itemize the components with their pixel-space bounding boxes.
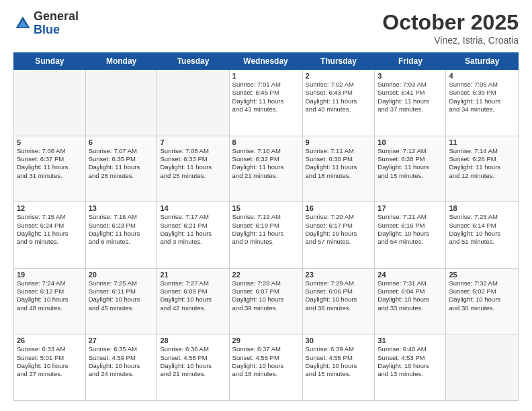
day-info: Sunrise: 7:05 AMSunset: 6:39 PMDaylight:… [449,81,515,113]
calendar-cell: 14Sunrise: 7:17 AMSunset: 6:21 PMDayligh… [157,202,229,269]
calendar-cell: 21Sunrise: 7:27 AMSunset: 6:09 PMDayligh… [157,268,229,334]
logo: General Blue [13,10,79,37]
day-info: Sunrise: 7:23 AMSunset: 6:14 PMDaylight:… [449,213,515,246]
calendar-cell: 22Sunrise: 7:28 AMSunset: 6:07 PMDayligh… [229,268,302,334]
day-number: 6 [89,138,154,146]
day-number: 5 [17,138,83,146]
logo-icon [13,14,32,33]
week-row-3: 19Sunrise: 7:24 AMSunset: 6:12 PMDayligh… [14,268,519,334]
calendar-cell: 2Sunrise: 7:02 AMSunset: 6:43 PMDaylight… [302,70,375,136]
day-number: 24 [378,271,443,279]
day-info: Sunrise: 7:19 AMSunset: 6:19 PMDaylight:… [232,213,300,246]
week-row-1: 5Sunrise: 7:06 AMSunset: 6:37 PMDaylight… [14,136,519,202]
day-number: 14 [160,204,226,212]
calendar-cell: 24Sunrise: 7:31 AMSunset: 6:04 PMDayligh… [375,268,446,334]
day-info: Sunrise: 7:06 AMSunset: 6:37 PMDaylight:… [17,147,83,180]
calendar-cell: 25Sunrise: 7:32 AMSunset: 6:02 PMDayligh… [446,268,519,334]
day-number: 31 [378,336,443,345]
calendar-cell: 16Sunrise: 7:20 AMSunset: 6:17 PMDayligh… [302,202,375,269]
day-info: Sunrise: 7:07 AMSunset: 6:35 PMDaylight:… [89,147,154,180]
location: Vinez, Istria, Croatia [382,35,519,46]
day-number: 30 [306,336,372,345]
day-number: 15 [232,204,300,212]
calendar-cell: 13Sunrise: 7:16 AMSunset: 6:23 PMDayligh… [85,202,157,269]
day-info: Sunrise: 6:36 AMSunset: 4:58 PMDaylight:… [160,345,226,378]
calendar: Sunday Monday Tuesday Wednesday Thursday… [13,52,519,401]
day-info: Sunrise: 7:27 AMSunset: 6:09 PMDaylight:… [160,279,226,312]
calendar-cell: 3Sunrise: 7:03 AMSunset: 6:41 PMDaylight… [375,70,446,136]
day-info: Sunrise: 7:31 AMSunset: 6:04 PMDaylight:… [378,279,443,312]
day-info: Sunrise: 7:20 AMSunset: 6:17 PMDaylight:… [306,213,372,246]
calendar-cell: 8Sunrise: 7:10 AMSunset: 6:32 PMDaylight… [229,136,302,202]
title-area: October 2025 Vinez, Istria, Croatia [382,10,519,46]
day-number: 23 [306,271,372,279]
calendar-cell: 4Sunrise: 7:05 AMSunset: 6:39 PMDaylight… [446,70,519,136]
day-info: Sunrise: 7:10 AMSunset: 6:32 PMDaylight:… [232,147,300,180]
logo-blue-text: Blue [34,24,79,37]
calendar-cell: 30Sunrise: 6:39 AMSunset: 4:55 PMDayligh… [302,334,375,401]
week-row-4: 26Sunrise: 6:33 AMSunset: 5:01 PMDayligh… [14,334,519,401]
day-number: 26 [17,336,83,345]
col-monday: Monday [85,53,157,70]
day-info: Sunrise: 7:16 AMSunset: 6:23 PMDaylight:… [89,213,154,246]
day-info: Sunrise: 7:24 AMSunset: 6:12 PMDaylight:… [17,279,83,312]
calendar-cell: 31Sunrise: 6:40 AMSunset: 4:53 PMDayligh… [375,334,446,401]
day-info: Sunrise: 6:35 AMSunset: 4:59 PMDaylight:… [89,345,154,378]
calendar-cell: 28Sunrise: 6:36 AMSunset: 4:58 PMDayligh… [157,334,229,401]
calendar-cell: 18Sunrise: 7:23 AMSunset: 6:14 PMDayligh… [446,202,519,269]
calendar-cell: 29Sunrise: 6:37 AMSunset: 4:56 PMDayligh… [229,334,302,401]
col-friday: Friday [375,53,446,70]
col-sunday: Sunday [14,53,86,70]
calendar-cell: 26Sunrise: 6:33 AMSunset: 5:01 PMDayligh… [14,334,86,401]
day-number: 11 [449,138,515,146]
day-info: Sunrise: 6:39 AMSunset: 4:55 PMDaylight:… [306,345,372,378]
calendar-cell: 19Sunrise: 7:24 AMSunset: 6:12 PMDayligh… [14,268,86,334]
col-saturday: Saturday [446,53,519,70]
calendar-cell: 11Sunrise: 7:14 AMSunset: 6:26 PMDayligh… [446,136,519,202]
calendar-cell: 9Sunrise: 7:11 AMSunset: 6:30 PMDaylight… [302,136,375,202]
day-number: 4 [449,72,515,80]
day-number: 25 [449,271,515,279]
week-row-2: 12Sunrise: 7:15 AMSunset: 6:24 PMDayligh… [14,202,519,269]
day-info: Sunrise: 7:29 AMSunset: 6:06 PMDaylight:… [306,279,372,312]
calendar-cell: 6Sunrise: 7:07 AMSunset: 6:35 PMDaylight… [85,136,157,202]
col-tuesday: Tuesday [157,53,229,70]
calendar-cell: 15Sunrise: 7:19 AMSunset: 6:19 PMDayligh… [229,202,302,269]
day-info: Sunrise: 6:33 AMSunset: 5:01 PMDaylight:… [17,345,83,378]
day-number: 7 [160,138,226,146]
day-number: 28 [160,336,226,345]
day-number: 8 [232,138,300,146]
month-title: October 2025 [382,10,519,35]
col-wednesday: Wednesday [229,53,302,70]
day-number: 20 [89,271,154,279]
day-info: Sunrise: 7:14 AMSunset: 6:26 PMDaylight:… [449,147,515,180]
calendar-cell [446,334,519,401]
day-number: 22 [232,271,300,279]
day-number: 19 [17,271,83,279]
day-info: Sunrise: 7:25 AMSunset: 6:11 PMDaylight:… [89,279,154,312]
calendar-cell: 10Sunrise: 7:12 AMSunset: 6:28 PMDayligh… [375,136,446,202]
day-info: Sunrise: 7:28 AMSunset: 6:07 PMDaylight:… [232,279,300,312]
header: General Blue October 2025 Vinez, Istria,… [13,10,519,46]
day-number: 10 [378,138,443,146]
day-number: 17 [378,204,443,212]
calendar-cell: 7Sunrise: 7:08 AMSunset: 6:33 PMDaylight… [157,136,229,202]
day-number: 29 [232,336,300,345]
col-thursday: Thursday [302,53,375,70]
day-number: 16 [306,204,372,212]
calendar-cell: 17Sunrise: 7:21 AMSunset: 6:16 PMDayligh… [375,202,446,269]
day-info: Sunrise: 7:08 AMSunset: 6:33 PMDaylight:… [160,147,226,180]
header-row: Sunday Monday Tuesday Wednesday Thursday… [14,53,519,70]
day-info: Sunrise: 7:01 AMSunset: 6:45 PMDaylight:… [232,81,300,113]
day-info: Sunrise: 7:32 AMSunset: 6:02 PMDaylight:… [449,279,515,312]
day-number: 1 [232,72,300,80]
logo-general-text: General [34,10,79,24]
day-info: Sunrise: 7:02 AMSunset: 6:43 PMDaylight:… [306,81,372,113]
day-number: 18 [449,204,515,212]
day-number: 2 [306,72,372,80]
day-info: Sunrise: 7:11 AMSunset: 6:30 PMDaylight:… [306,147,372,180]
day-info: Sunrise: 7:17 AMSunset: 6:21 PMDaylight:… [160,213,226,246]
day-info: Sunrise: 7:21 AMSunset: 6:16 PMDaylight:… [378,213,443,246]
day-number: 12 [17,204,83,212]
day-info: Sunrise: 7:03 AMSunset: 6:41 PMDaylight:… [378,81,443,113]
